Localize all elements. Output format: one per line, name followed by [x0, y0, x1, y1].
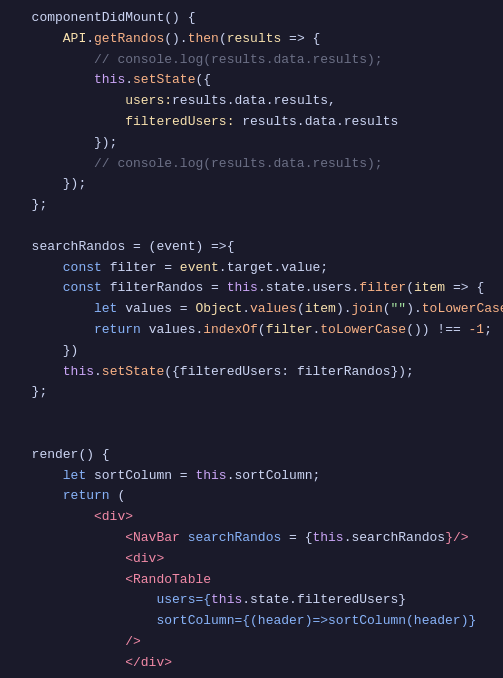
- code-token: results: [273, 91, 328, 112]
- code-token: this: [211, 590, 242, 611]
- code-token: (: [110, 486, 126, 507]
- code-token: item: [414, 278, 445, 299]
- code-token: .: [336, 112, 344, 133]
- code-token: value: [281, 258, 320, 279]
- code-token: .: [344, 528, 352, 549]
- code-token: // console.log(results.data.results);: [16, 154, 383, 175]
- code-line: [0, 424, 503, 445]
- code-token: setState: [102, 362, 164, 383]
- code-token: const: [63, 258, 102, 279]
- code-line: return values.indexOf(filter.toLowerCase…: [0, 320, 503, 341]
- code-token: API: [16, 29, 86, 50]
- code-token: ;: [320, 258, 328, 279]
- code-token: ;: [484, 320, 492, 341]
- code-token: .: [266, 91, 274, 112]
- code-token: <div>: [94, 507, 133, 528]
- code-token: [16, 278, 63, 299]
- code-token: </div>: [125, 653, 172, 674]
- code-line: searchRandos = (event) =>{: [0, 237, 503, 258]
- code-token: then: [188, 29, 219, 50]
- code-token: filter: [359, 278, 406, 299]
- code-line: });: [0, 133, 503, 154]
- code-token: ().: [164, 29, 187, 50]
- code-line: render() {: [0, 445, 503, 466]
- code-token: ()) !==: [406, 320, 468, 341]
- code-line: />: [0, 632, 503, 653]
- code-line: [0, 216, 503, 237]
- code-token: ,: [328, 91, 336, 112]
- code-token: .: [94, 362, 102, 383]
- code-token: join: [352, 299, 383, 320]
- code-line: users:results.data.results,: [0, 91, 503, 112]
- code-token: event: [180, 258, 219, 279]
- code-token: => {: [445, 278, 484, 299]
- code-token: [16, 570, 125, 591]
- code-token: .: [258, 278, 266, 299]
- code-token: .: [297, 112, 305, 133]
- code-token: results: [242, 112, 297, 133]
- code-token: this: [94, 70, 125, 91]
- code-token: searchRandos: [352, 528, 446, 549]
- code-line: <RandoTable: [0, 570, 503, 591]
- code-token: }): [16, 341, 78, 362]
- code-token: let: [63, 466, 86, 487]
- code-token: "": [391, 299, 407, 320]
- code-token: filter: [266, 320, 313, 341]
- code-token: ): [406, 299, 414, 320]
- code-token: <div>: [125, 549, 164, 570]
- code-token: [16, 258, 63, 279]
- code-line: let sortColumn = this.sortColumn;: [0, 466, 503, 487]
- code-token: results: [344, 112, 399, 133]
- code-token: searchRandos: [180, 528, 281, 549]
- code-token: data: [305, 112, 336, 133]
- code-token: filteredUsers: [297, 590, 398, 611]
- code-line: const filter = event.target.value;: [0, 258, 503, 279]
- code-token: filter =: [102, 258, 180, 279]
- code-token: users: [313, 278, 352, 299]
- code-line: componentDidMount() {: [0, 8, 503, 29]
- code-line: return (: [0, 486, 503, 507]
- code-token: values: [141, 320, 196, 341]
- code-token: <RandoTable: [125, 570, 211, 591]
- code-token: [16, 466, 63, 487]
- code-token: (: [219, 29, 227, 50]
- code-editor: componentDidMount() { API.getRandos().th…: [0, 0, 503, 678]
- code-token: .: [289, 590, 297, 611]
- code-token: setState: [133, 70, 195, 91]
- code-token: const: [63, 278, 102, 299]
- code-token: [16, 70, 94, 91]
- code-line: API.getRandos().then(results => {: [0, 29, 503, 50]
- code-token: let: [94, 299, 117, 320]
- code-token: searchRandos = (event) =>{: [16, 237, 234, 258]
- code-token: (: [297, 299, 305, 320]
- code-token: return: [63, 486, 110, 507]
- code-token: };: [16, 382, 47, 403]
- code-token: (: [258, 320, 266, 341]
- code-token: sortColumn =: [86, 466, 195, 487]
- code-token: filteredUsers:: [16, 112, 242, 133]
- code-token: = {: [281, 528, 312, 549]
- code-line: <div>: [0, 549, 503, 570]
- code-token: .: [305, 278, 313, 299]
- code-token: .: [195, 320, 203, 341]
- code-token: values =: [117, 299, 195, 320]
- code-line: }): [0, 341, 503, 362]
- code-token: (: [383, 299, 391, 320]
- code-token: [16, 674, 94, 679]
- code-line: // console.log(results.data.results);: [0, 154, 503, 175]
- code-line: };: [0, 195, 503, 216]
- code-token: [16, 653, 125, 674]
- code-token: .: [125, 70, 133, 91]
- code-token: state: [266, 278, 305, 299]
- code-token: .: [86, 29, 94, 50]
- code-token: }/>: [445, 528, 476, 549]
- code-token: indexOf: [203, 320, 258, 341]
- code-token: .: [352, 278, 360, 299]
- code-token: .: [227, 91, 235, 112]
- code-token: target: [227, 258, 274, 279]
- code-token: toLowerCase: [320, 320, 406, 341]
- code-token: ): [336, 299, 344, 320]
- code-line: const filterRandos = this.state.users.fi…: [0, 278, 503, 299]
- code-token: this: [312, 528, 343, 549]
- code-line: users={this.state.filteredUsers}: [0, 590, 503, 611]
